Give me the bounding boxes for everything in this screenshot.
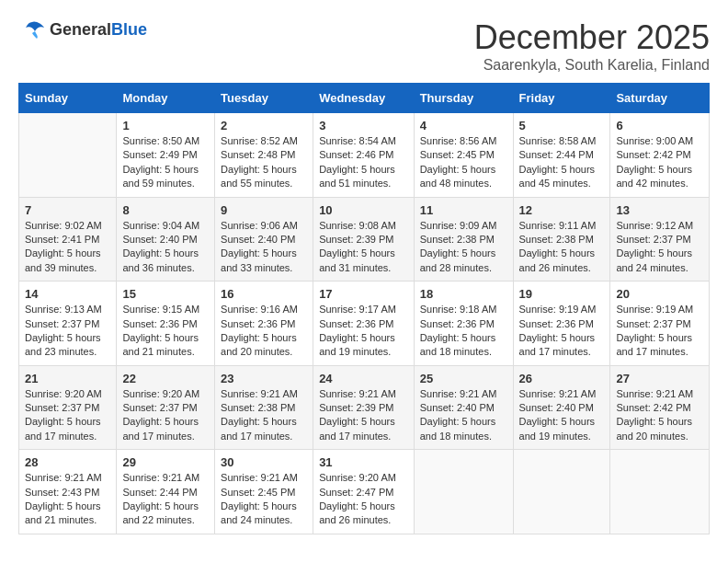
day-info: Sunrise: 9:04 AMSunset: 2:40 PMDaylight:… bbox=[122, 219, 209, 276]
calendar-week-2: 7Sunrise: 9:02 AMSunset: 2:41 PMDaylight… bbox=[19, 197, 710, 282]
day-info: Sunrise: 9:00 AMSunset: 2:42 PMDaylight:… bbox=[616, 134, 703, 191]
day-info: Sunrise: 9:21 AMSunset: 2:44 PMDaylight:… bbox=[122, 471, 209, 528]
day-info: Sunrise: 9:20 AMSunset: 2:47 PMDaylight:… bbox=[319, 471, 408, 528]
weekday-header-tuesday: Tuesday bbox=[215, 84, 313, 113]
calendar-cell: 5Sunrise: 8:58 AMSunset: 2:44 PMDaylight… bbox=[513, 113, 610, 198]
calendar-cell bbox=[19, 113, 117, 198]
day-info: Sunrise: 8:56 AMSunset: 2:45 PMDaylight:… bbox=[420, 134, 507, 191]
calendar-cell bbox=[610, 450, 710, 534]
day-number: 9 bbox=[221, 203, 307, 217]
day-info: Sunrise: 9:21 AMSunset: 2:43 PMDaylight:… bbox=[25, 471, 110, 528]
day-info: Sunrise: 9:21 AMSunset: 2:40 PMDaylight:… bbox=[519, 387, 605, 444]
calendar-cell: 17Sunrise: 9:17 AMSunset: 2:36 PMDayligh… bbox=[313, 282, 415, 366]
calendar-cell: 24Sunrise: 9:21 AMSunset: 2:39 PMDayligh… bbox=[313, 365, 415, 450]
calendar-week-1: 1Sunrise: 8:50 AMSunset: 2:49 PMDaylight… bbox=[19, 113, 710, 198]
day-info: Sunrise: 9:17 AMSunset: 2:36 PMDaylight:… bbox=[319, 303, 408, 360]
day-info: Sunrise: 9:09 AMSunset: 2:38 PMDaylight:… bbox=[420, 219, 507, 276]
calendar-week-5: 28Sunrise: 9:21 AMSunset: 2:43 PMDayligh… bbox=[19, 450, 710, 534]
day-info: Sunrise: 9:15 AMSunset: 2:36 PMDaylight:… bbox=[122, 303, 209, 360]
weekday-header-thursday: Thursday bbox=[414, 84, 513, 113]
day-info: Sunrise: 9:21 AMSunset: 2:42 PMDaylight:… bbox=[616, 387, 703, 444]
calendar-cell: 28Sunrise: 9:21 AMSunset: 2:43 PMDayligh… bbox=[19, 450, 117, 534]
calendar-cell: 3Sunrise: 8:54 AMSunset: 2:46 PMDaylight… bbox=[313, 113, 415, 198]
day-number: 25 bbox=[420, 372, 507, 385]
weekday-header-monday: Monday bbox=[117, 84, 215, 113]
day-number: 24 bbox=[319, 372, 408, 385]
day-info: Sunrise: 8:50 AMSunset: 2:49 PMDaylight:… bbox=[122, 134, 209, 191]
day-number: 30 bbox=[221, 455, 307, 469]
calendar-cell: 14Sunrise: 9:13 AMSunset: 2:37 PMDayligh… bbox=[19, 282, 117, 366]
calendar-cell: 13Sunrise: 9:12 AMSunset: 2:37 PMDayligh… bbox=[610, 197, 710, 282]
day-info: Sunrise: 9:11 AMSunset: 2:38 PMDaylight:… bbox=[519, 219, 605, 276]
calendar-cell: 21Sunrise: 9:20 AMSunset: 2:37 PMDayligh… bbox=[19, 365, 117, 450]
weekday-header-saturday: Saturday bbox=[610, 84, 710, 113]
day-number: 23 bbox=[221, 372, 307, 385]
calendar-cell: 18Sunrise: 9:18 AMSunset: 2:36 PMDayligh… bbox=[414, 282, 513, 366]
calendar-cell bbox=[414, 450, 513, 534]
day-info: Sunrise: 8:58 AMSunset: 2:44 PMDaylight:… bbox=[519, 134, 605, 191]
day-number: 2 bbox=[221, 119, 307, 132]
day-number: 27 bbox=[616, 372, 703, 385]
calendar-cell: 12Sunrise: 9:11 AMSunset: 2:38 PMDayligh… bbox=[513, 197, 610, 282]
calendar-week-3: 14Sunrise: 9:13 AMSunset: 2:37 PMDayligh… bbox=[19, 282, 710, 366]
day-number: 11 bbox=[420, 203, 507, 217]
day-number: 31 bbox=[319, 455, 408, 469]
day-number: 22 bbox=[122, 372, 209, 385]
day-info: Sunrise: 9:18 AMSunset: 2:36 PMDaylight:… bbox=[420, 303, 507, 360]
calendar-cell: 16Sunrise: 9:16 AMSunset: 2:36 PMDayligh… bbox=[215, 282, 313, 366]
day-number: 8 bbox=[122, 203, 209, 217]
day-number: 1 bbox=[122, 119, 209, 132]
calendar-cell: 27Sunrise: 9:21 AMSunset: 2:42 PMDayligh… bbox=[610, 365, 710, 450]
logo-text: GeneralBlue bbox=[50, 20, 147, 40]
day-info: Sunrise: 9:21 AMSunset: 2:45 PMDaylight:… bbox=[221, 471, 307, 528]
logo-icon bbox=[18, 18, 46, 40]
day-info: Sunrise: 9:06 AMSunset: 2:40 PMDaylight:… bbox=[221, 219, 307, 276]
calendar-cell: 4Sunrise: 8:56 AMSunset: 2:45 PMDaylight… bbox=[414, 113, 513, 198]
logo-blue: Blue bbox=[111, 20, 147, 39]
calendar-header: SundayMondayTuesdayWednesdayThursdayFrid… bbox=[19, 84, 710, 113]
calendar-week-4: 21Sunrise: 9:20 AMSunset: 2:37 PMDayligh… bbox=[19, 365, 710, 450]
day-info: Sunrise: 9:21 AMSunset: 2:39 PMDaylight:… bbox=[319, 387, 408, 444]
day-number: 12 bbox=[519, 203, 605, 217]
calendar-cell: 23Sunrise: 9:21 AMSunset: 2:38 PMDayligh… bbox=[215, 365, 313, 450]
calendar-cell: 26Sunrise: 9:21 AMSunset: 2:40 PMDayligh… bbox=[513, 365, 610, 450]
day-number: 5 bbox=[519, 119, 605, 132]
day-info: Sunrise: 9:20 AMSunset: 2:37 PMDaylight:… bbox=[25, 387, 110, 444]
calendar-cell: 6Sunrise: 9:00 AMSunset: 2:42 PMDaylight… bbox=[610, 113, 710, 198]
day-info: Sunrise: 9:16 AMSunset: 2:36 PMDaylight:… bbox=[221, 303, 307, 360]
day-info: Sunrise: 9:12 AMSunset: 2:37 PMDaylight:… bbox=[616, 219, 703, 276]
calendar-cell: 25Sunrise: 9:21 AMSunset: 2:40 PMDayligh… bbox=[414, 365, 513, 450]
day-info: Sunrise: 9:19 AMSunset: 2:36 PMDaylight:… bbox=[519, 303, 605, 360]
calendar-table: SundayMondayTuesdayWednesdayThursdayFrid… bbox=[18, 83, 710, 534]
day-info: Sunrise: 9:20 AMSunset: 2:37 PMDaylight:… bbox=[122, 387, 209, 444]
day-info: Sunrise: 9:08 AMSunset: 2:39 PMDaylight:… bbox=[319, 219, 408, 276]
calendar-cell: 9Sunrise: 9:06 AMSunset: 2:40 PMDaylight… bbox=[215, 197, 313, 282]
calendar-cell: 22Sunrise: 9:20 AMSunset: 2:37 PMDayligh… bbox=[117, 365, 215, 450]
day-number: 13 bbox=[616, 203, 703, 217]
day-info: Sunrise: 8:52 AMSunset: 2:48 PMDaylight:… bbox=[221, 134, 307, 191]
calendar-cell: 1Sunrise: 8:50 AMSunset: 2:49 PMDaylight… bbox=[117, 113, 215, 198]
day-number: 6 bbox=[616, 119, 703, 132]
location-subtitle: Saarenkyla, South Karelia, Finland bbox=[474, 57, 710, 74]
day-number: 18 bbox=[420, 287, 507, 301]
calendar-cell: 20Sunrise: 9:19 AMSunset: 2:37 PMDayligh… bbox=[610, 282, 710, 366]
day-number: 7 bbox=[25, 203, 110, 217]
weekday-header-wednesday: Wednesday bbox=[313, 84, 415, 113]
calendar-cell: 11Sunrise: 9:09 AMSunset: 2:38 PMDayligh… bbox=[414, 197, 513, 282]
weekday-header-sunday: Sunday bbox=[19, 84, 117, 113]
day-number: 4 bbox=[420, 119, 507, 132]
day-info: Sunrise: 9:13 AMSunset: 2:37 PMDaylight:… bbox=[25, 303, 110, 360]
day-number: 16 bbox=[221, 287, 307, 301]
calendar-cell: 10Sunrise: 9:08 AMSunset: 2:39 PMDayligh… bbox=[313, 197, 415, 282]
day-number: 26 bbox=[519, 372, 605, 385]
day-number: 19 bbox=[519, 287, 605, 301]
calendar-cell: 19Sunrise: 9:19 AMSunset: 2:36 PMDayligh… bbox=[513, 282, 610, 366]
weekday-header-row: SundayMondayTuesdayWednesdayThursdayFrid… bbox=[19, 84, 710, 113]
calendar-cell: 2Sunrise: 8:52 AMSunset: 2:48 PMDaylight… bbox=[215, 113, 313, 198]
weekday-header-friday: Friday bbox=[513, 84, 610, 113]
calendar-body: 1Sunrise: 8:50 AMSunset: 2:49 PMDaylight… bbox=[19, 113, 710, 534]
month-title: December 2025 bbox=[474, 18, 710, 57]
day-number: 28 bbox=[25, 455, 110, 469]
day-info: Sunrise: 9:21 AMSunset: 2:38 PMDaylight:… bbox=[221, 387, 307, 444]
calendar-cell: 29Sunrise: 9:21 AMSunset: 2:44 PMDayligh… bbox=[117, 450, 215, 534]
